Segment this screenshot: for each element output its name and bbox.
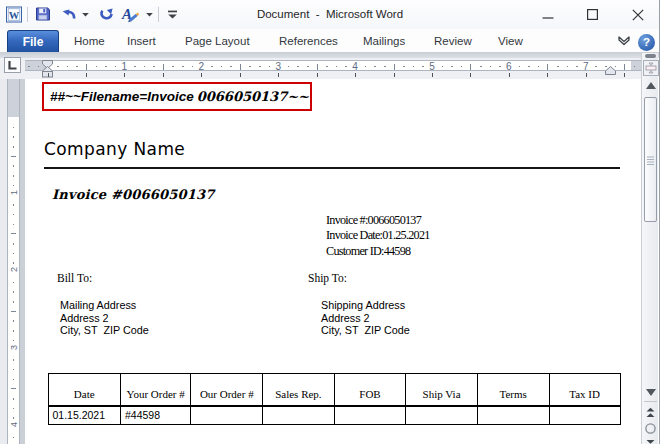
scrollbar-separator (644, 401, 657, 402)
scrollbar-thumb[interactable] (644, 97, 657, 222)
help-button[interactable]: ? (638, 34, 655, 51)
billing-address-line: Mailing Address (60, 299, 149, 312)
billing-address-line: Address 2 (60, 312, 149, 325)
tab-file[interactable]: File (7, 30, 59, 53)
shipping-address-line: Address 2 (321, 312, 410, 325)
col-terms: Terms (477, 374, 549, 406)
invoice-table: Date Your Order # Our Order # Sales Rep.… (48, 373, 621, 425)
cell-fob (334, 406, 406, 425)
view-ruler-button[interactable] (643, 60, 659, 76)
tab-references[interactable]: References (279, 29, 338, 53)
filename-marker-box: ##~~Filename=Invoice 0066050137~~ (42, 82, 312, 111)
shipping-address-line: City, ST ZIP Code (321, 324, 410, 337)
bill-to-label: Bill To: (57, 272, 92, 284)
select-browse-object-button[interactable] (644, 421, 657, 434)
vertical-ruler-margin (8, 79, 19, 117)
cell-tax-id (549, 406, 620, 425)
scroll-down-arrow[interactable] (644, 387, 657, 399)
title-bar: W (0, 0, 660, 29)
horizontal-ruler[interactable]: 1234567 (25, 60, 642, 71)
document-page[interactable]: ##~~Filename=Invoice 0066050137~~ Compan… (25, 79, 642, 444)
vertical-ruler[interactable]: 1234 (7, 79, 20, 444)
col-ship-via: Ship Via (406, 374, 477, 406)
maximize-button[interactable] (570, 0, 615, 29)
close-button[interactable] (615, 0, 660, 29)
shipping-address: Shipping Address Address 2 City, ST ZIP … (321, 299, 410, 337)
customer-id-line: Customer ID:44598 (326, 244, 430, 259)
header-rule (44, 167, 620, 169)
cell-terms (477, 406, 549, 425)
billing-address: Mailing Address Address 2 City, ST ZIP C… (60, 299, 149, 337)
expand-ribbon-icon[interactable] (617, 33, 631, 51)
document-area: 1234 ##~~Filename=Invoice 0066050137~~ C… (0, 79, 642, 444)
vertical-scrollbar[interactable] (641, 53, 658, 444)
ruler-band: 1234567 (0, 58, 642, 79)
ship-to-label: Ship To: (308, 272, 347, 284)
tab-insert[interactable]: Insert (127, 29, 156, 53)
filename-marker-number: 0066050137~~ (197, 89, 309, 104)
col-fob: FOB (334, 374, 406, 406)
split-window-handle[interactable] (645, 54, 656, 58)
tab-stop-selector[interactable] (4, 57, 21, 73)
table-header-row: Date Your Order # Our Order # Sales Rep.… (48, 374, 620, 406)
cell-ship-via (406, 406, 477, 425)
window-controls (525, 0, 660, 29)
tab-view[interactable]: View (498, 29, 523, 53)
shipping-address-line: Shipping Address (321, 299, 410, 312)
cell-your-order: #44598 (120, 406, 190, 425)
cell-our-order (191, 406, 263, 425)
tab-home[interactable]: Home (74, 29, 105, 53)
word-window: W (0, 0, 660, 444)
company-name: Company Name (44, 139, 185, 159)
scroll-up-arrow[interactable] (644, 80, 657, 92)
invoice-date-line: Invoice Date:01.25.2021 (326, 228, 430, 243)
tab-review[interactable]: Review (434, 29, 472, 53)
invoice-info-block: Invoice #:0066050137 Invoice Date:01.25.… (326, 213, 430, 259)
col-sales-rep: Sales Rep. (263, 374, 334, 406)
table-data-row: 01.15.2021 #44598 (48, 406, 620, 425)
cell-date: 01.15.2021 (48, 406, 120, 425)
previous-page-button[interactable] (644, 405, 657, 418)
col-tax-id: Tax ID (549, 374, 620, 406)
cell-sales-rep (263, 406, 334, 425)
tab-mailings[interactable]: Mailings (363, 29, 405, 53)
invoice-heading: Invoice #0066050137 (52, 187, 215, 202)
col-your-order: Your Order # (120, 374, 190, 406)
ribbon-tab-row: File Home Insert Page Layout References … (0, 29, 660, 53)
billing-address-line: City, ST ZIP Code (60, 324, 149, 337)
tab-page-layout[interactable]: Page Layout (185, 29, 250, 53)
col-our-order: Our Order # (191, 374, 263, 406)
col-date: Date (48, 374, 120, 406)
filename-marker-text: ##~~Filename=Invoice (50, 89, 194, 104)
invoice-number-line: Invoice #:0066050137 (326, 213, 430, 228)
minimize-button[interactable] (525, 0, 570, 29)
next-page-button[interactable] (644, 437, 657, 444)
